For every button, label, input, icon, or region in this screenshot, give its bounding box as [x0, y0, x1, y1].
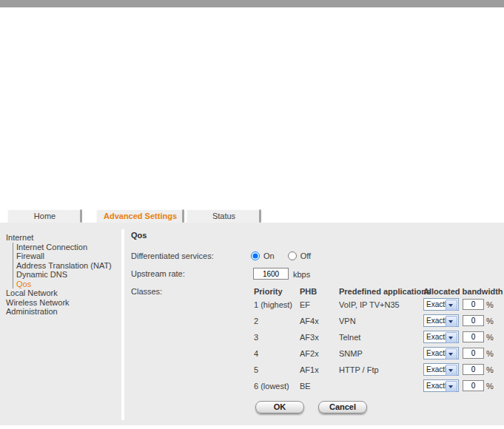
bandwidth-percent-input[interactable]: [463, 315, 484, 326]
bandwidth-mode-select[interactable]: Exactly: [423, 331, 459, 343]
percent-sign: %: [486, 349, 494, 358]
table-row: 6 (lowest) BE Exactly %: [124, 380, 504, 393]
upstream-rate-label: Upstream rate:: [131, 269, 185, 278]
cell-priority: 6 (lowest): [254, 382, 289, 391]
cell-application: HTTP / Ftp: [339, 365, 379, 374]
sidebar-nav: InternetInternet ConnectionFirewallAddre…: [0, 233, 121, 317]
percent-sign: %: [486, 300, 494, 309]
qos-content: Qos Differentiated services: On Off Upst…: [124, 223, 504, 425]
sidebar-item-internet[interactable]: Internet: [0, 233, 121, 243]
bandwidth-percent-input[interactable]: [463, 348, 484, 359]
tab-label: Home: [34, 212, 56, 220]
bandwidth-mode-select[interactable]: Exactly: [423, 298, 459, 311]
sidebar-item-local-network[interactable]: Local Network: [0, 288, 121, 298]
radio-label: On: [263, 251, 275, 260]
bandwidth-percent-input[interactable]: [463, 299, 484, 310]
bandwidth-mode-select[interactable]: Exactly: [423, 379, 459, 392]
cell-phb: BE: [300, 382, 311, 391]
percent-sign: %: [486, 382, 494, 391]
bandwidth-mode-select[interactable]: Exactly: [423, 347, 459, 359]
cell-application: SNMP: [339, 349, 363, 358]
table-row: 2 AF4x VPN Exactly %: [124, 315, 504, 328]
table-row: 4 AF2x SNMP Exactly %: [124, 348, 504, 361]
tab-advanced-settings[interactable]: Advanced Settings: [96, 209, 184, 223]
bandwidth-mode-select[interactable]: Exactly: [423, 314, 459, 327]
tab-separator: [182, 209, 184, 223]
tab-separator: [259, 209, 261, 223]
sidebar-item-address-translation-nat[interactable]: Address Translation (NAT): [13, 261, 121, 271]
bandwidth-percent-input[interactable]: [463, 364, 484, 375]
cell-phb: AF1x: [300, 365, 319, 374]
chevron-down-icon[interactable]: [446, 348, 457, 359]
cell-phb: EF: [300, 300, 310, 309]
percent-sign: %: [486, 317, 494, 325]
table-row: 5 AF1x HTTP / Ftp Exactly %: [124, 364, 504, 377]
radio-on[interactable]: [251, 251, 260, 260]
chevron-down-icon[interactable]: [446, 365, 457, 376]
chevron-down-icon[interactable]: [446, 381, 457, 392]
sidebar-item-wireless-network[interactable]: Wireless Network: [0, 298, 121, 308]
diff-services-options: On Off: [251, 250, 324, 261]
chevron-down-icon[interactable]: [446, 332, 457, 343]
browser-chrome-bar: [0, 0, 504, 7]
cell-priority: 2: [254, 317, 258, 325]
ok-button[interactable]: OK: [255, 401, 304, 413]
sidebar-item-internet-connection[interactable]: Internet Connection: [13, 243, 121, 252]
tab-separator: [80, 209, 82, 223]
bandwidth-percent-input[interactable]: [463, 331, 484, 342]
bandwidth-percent-input[interactable]: [463, 380, 484, 391]
cell-phb: AF3x: [300, 333, 319, 342]
table-row: 1 (highest) EF VoIP, IP TV+N35 Exactly %: [124, 299, 504, 312]
radio-label: Off: [300, 251, 311, 260]
tab-bar: Home Advanced Settings Status: [0, 209, 504, 223]
header-allocated-bandwidth: Allocated bandwidth: [423, 287, 503, 296]
upstream-rate-unit: kbps: [293, 270, 310, 279]
main-panel: InternetInternet ConnectionFirewallAddre…: [0, 223, 504, 425]
cell-priority: 1 (highest): [254, 300, 292, 309]
upstream-rate-input[interactable]: [253, 268, 289, 280]
diff-services-label: Differentiated services:: [131, 251, 214, 260]
chevron-down-icon[interactable]: [446, 316, 457, 327]
cell-phb: AF2x: [300, 349, 319, 358]
header-phb: PHB: [300, 287, 317, 296]
sidebar-item-firewall[interactable]: Firewall: [13, 251, 121, 261]
percent-sign: %: [486, 365, 494, 374]
sidebar-item-administration[interactable]: Administration: [0, 307, 121, 317]
cancel-button[interactable]: Cancel: [318, 401, 367, 413]
page-title: Qos: [131, 231, 147, 240]
tab-label: Advanced Settings: [104, 212, 177, 220]
tab-label: Status: [212, 212, 235, 220]
cell-application: VPN: [339, 317, 356, 325]
cell-priority: 3: [254, 333, 258, 342]
cell-priority: 5: [254, 365, 258, 374]
radio-off[interactable]: [288, 251, 297, 260]
sidebar-item-dynamic-dns[interactable]: Dynamic DNS: [13, 270, 121, 280]
chevron-down-icon[interactable]: [446, 300, 457, 311]
bandwidth-mode-select[interactable]: Exactly: [423, 363, 459, 376]
table-row: 3 AF3x Telnet Exactly %: [124, 331, 504, 345]
tab-home[interactable]: Home: [7, 209, 82, 223]
cell-application: VoIP, IP TV+N35: [339, 300, 400, 309]
classes-label: Classes:: [131, 287, 162, 296]
sidebar-item-qos[interactable]: Qos: [13, 280, 121, 289]
cell-phb: AF4x: [300, 317, 319, 325]
header-priority: Priority: [254, 287, 283, 296]
tab-status[interactable]: Status: [187, 209, 261, 223]
cell-priority: 4: [254, 349, 258, 358]
percent-sign: %: [486, 333, 494, 342]
cell-application: Telnet: [339, 333, 360, 342]
header-predefined-applications: Predefined applications: [339, 287, 431, 296]
